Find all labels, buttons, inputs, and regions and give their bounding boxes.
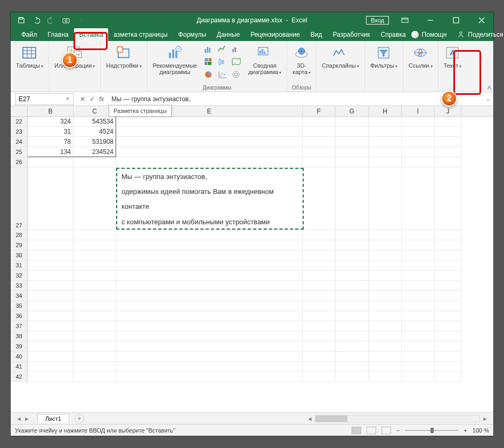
cell[interactable]	[116, 321, 303, 331]
recommended-charts-button[interactable]: ? Рекомендуемые диаграммы	[151, 43, 199, 76]
cell[interactable]	[369, 127, 402, 137]
row-header[interactable]: 35	[11, 301, 28, 311]
cell[interactable]: 543534	[74, 117, 116, 127]
cell[interactable]	[336, 271, 369, 281]
page-layout-view-icon[interactable]	[367, 427, 376, 434]
cell[interactable]	[28, 311, 74, 321]
line-chart-icon[interactable]	[216, 43, 229, 55]
scroll-right-icon[interactable]: ►	[480, 416, 490, 422]
login-button[interactable]: Вход	[366, 16, 389, 25]
normal-view-icon[interactable]	[352, 427, 361, 434]
cell[interactable]	[435, 291, 461, 301]
cell[interactable]	[435, 157, 461, 167]
tab-file[interactable]: Файл	[16, 28, 43, 41]
cell[interactable]	[402, 167, 435, 230]
cell[interactable]	[303, 147, 336, 157]
cell[interactable]	[435, 167, 461, 230]
cell[interactable]	[435, 352, 461, 362]
cell[interactable]	[116, 271, 303, 281]
page-break-view-icon[interactable]	[381, 427, 391, 434]
cell[interactable]	[303, 341, 336, 352]
cell[interactable]	[369, 331, 402, 341]
cell[interactable]	[402, 352, 435, 362]
cell[interactable]	[303, 281, 336, 291]
row-header[interactable]: 37	[11, 321, 28, 331]
cell[interactable]	[402, 311, 435, 321]
cell[interactable]	[402, 331, 435, 341]
cell[interactable]	[336, 117, 369, 127]
cell[interactable]	[116, 341, 303, 352]
cell[interactable]	[369, 311, 402, 321]
cell[interactable]	[336, 137, 369, 147]
cell[interactable]	[369, 230, 402, 240]
cell[interactable]	[435, 260, 461, 271]
cell[interactable]	[369, 137, 402, 147]
tab-page-layout[interactable]: азметка страницы	[108, 28, 173, 41]
cell[interactable]	[28, 281, 74, 291]
cell[interactable]	[116, 372, 303, 382]
cell[interactable]	[116, 147, 303, 157]
cell[interactable]	[303, 372, 336, 382]
cell[interactable]	[74, 271, 116, 281]
cell[interactable]	[336, 157, 369, 167]
cell[interactable]	[303, 301, 336, 311]
row-header[interactable]: 33	[11, 281, 28, 291]
cell[interactable]	[336, 250, 369, 260]
cell[interactable]	[402, 372, 435, 382]
cell[interactable]	[28, 362, 74, 372]
cell[interactable]	[336, 341, 369, 352]
cell[interactable]	[74, 311, 116, 321]
cell[interactable]	[74, 281, 116, 291]
col-header[interactable]: I	[402, 106, 435, 116]
cell[interactable]	[435, 281, 461, 291]
cell[interactable]	[402, 250, 435, 260]
addins-button[interactable]: Надстройки	[104, 43, 143, 71]
cell[interactable]	[435, 230, 461, 240]
cell[interactable]	[74, 157, 116, 167]
cell[interactable]	[336, 147, 369, 157]
cell[interactable]	[402, 240, 435, 250]
row-header[interactable]: 40	[11, 352, 28, 362]
row-header[interactable]: 41	[11, 362, 28, 372]
cell[interactable]	[435, 301, 461, 311]
cell[interactable]: 234524	[74, 147, 116, 157]
cell[interactable]	[74, 372, 116, 382]
cell[interactable]	[28, 260, 74, 271]
stats-chart-icon[interactable]	[216, 56, 229, 68]
cell[interactable]	[303, 260, 336, 271]
worksheet-grid[interactable]: B C E F G H I J 223245435342331452424785…	[11, 106, 493, 412]
cell[interactable]	[369, 167, 402, 230]
tab-view[interactable]: Вид	[305, 28, 328, 41]
cell[interactable]	[303, 127, 336, 137]
cell[interactable]	[435, 321, 461, 331]
cell[interactable]	[336, 281, 369, 291]
cell[interactable]	[74, 230, 116, 240]
cell[interactable]	[116, 240, 303, 250]
cancel-edit-icon[interactable]: ✕	[80, 95, 85, 103]
row-header[interactable]: 22	[11, 117, 28, 127]
sheet-nav-next-icon[interactable]: ►	[24, 416, 30, 422]
maximize-icon[interactable]	[446, 12, 466, 28]
cell[interactable]	[116, 362, 303, 372]
cell[interactable]	[28, 167, 74, 230]
add-sheet-button[interactable]: +	[75, 414, 84, 423]
links-button[interactable]: Ссылки	[407, 43, 435, 71]
cell[interactable]	[336, 167, 369, 230]
cell[interactable]: 78	[28, 137, 74, 147]
cell[interactable]	[74, 321, 116, 331]
cell[interactable]	[435, 311, 461, 321]
save-icon[interactable]	[17, 16, 26, 25]
combo-chart-icon[interactable]	[230, 43, 243, 55]
cell[interactable]	[116, 311, 303, 321]
cell[interactable]	[336, 260, 369, 271]
zoom-in-icon[interactable]: +	[464, 427, 467, 434]
cell[interactable]	[336, 291, 369, 301]
row-header[interactable]: 24	[11, 137, 28, 147]
cell[interactable]	[435, 137, 461, 147]
sparklines-button[interactable]: Спарклайны	[320, 43, 361, 71]
zoom-slider[interactable]	[405, 430, 458, 431]
sheet-tab[interactable]: Лист1	[37, 414, 69, 423]
cell[interactable]	[402, 117, 435, 127]
cell[interactable]	[336, 321, 369, 331]
cell[interactable]	[116, 250, 303, 260]
